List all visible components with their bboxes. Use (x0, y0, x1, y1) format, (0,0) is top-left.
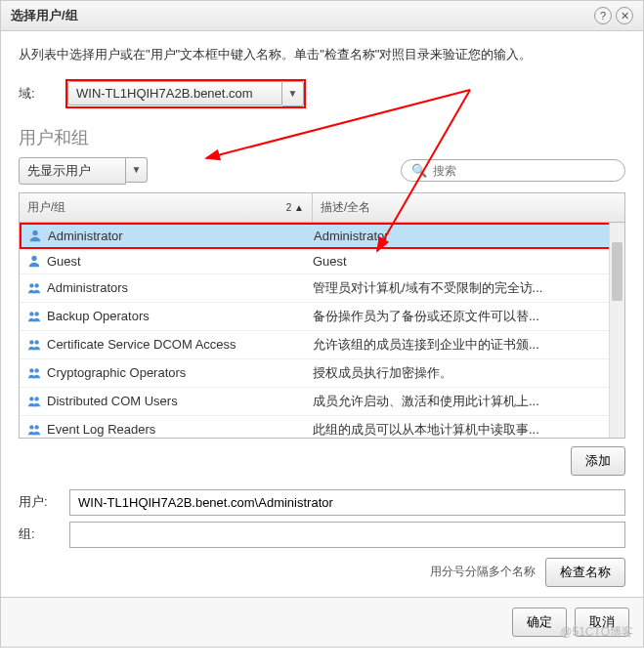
group-label: 组: (19, 525, 69, 543)
cell-name: Distributed COM Users (27, 394, 313, 408)
user-input[interactable] (69, 489, 625, 516)
group-icon (27, 366, 41, 380)
select-user-group-dialog: 选择用户/组 ? ✕ 从列表中选择用户或在"用户"文本框中键入名称。单击"检查名… (0, 0, 644, 648)
table-row[interactable]: Cryptographic Operators授权成员执行加密操作。 (20, 359, 624, 388)
group-icon (27, 310, 41, 323)
svg-point-2 (29, 283, 33, 287)
chevron-down-icon: ▼ (288, 88, 298, 99)
domain-select-highlight: WIN-TL1HQIH7A2B.benet.com ▼ (65, 79, 306, 108)
cancel-button[interactable]: 取消 (575, 608, 629, 637)
table-header: 用户/组 2 ▲ 描述/全名 (20, 193, 624, 223)
row-name-label: Event Log Readers (47, 422, 155, 437)
search-icon: 🔍 (411, 163, 427, 178)
svg-point-5 (34, 312, 38, 315)
domain-dropdown-button[interactable]: ▼ (282, 81, 304, 106)
cell-desc: 成员允许启动、激活和使用此计算机上... (313, 393, 617, 410)
cell-name: Certificate Service DCOM Access (27, 337, 313, 352)
column-header-desc[interactable]: 描述/全名 (313, 193, 624, 222)
cell-name: Guest (27, 254, 313, 269)
table-row[interactable]: Administrators管理员对计算机/域有不受限制的完全访... (20, 274, 624, 303)
cell-desc: 允许该组的成员连接到企业中的证书颁... (313, 336, 617, 354)
add-button[interactable]: 添加 (571, 446, 625, 476)
users-table: 用户/组 2 ▲ 描述/全名 AdministratorAdministrato… (19, 192, 625, 439)
svg-point-6 (29, 340, 33, 344)
domain-label: 域: (19, 85, 65, 103)
svg-point-1 (31, 256, 36, 261)
row-name-label: Guest (47, 254, 81, 269)
row-name-label: Distributed COM Users (47, 394, 178, 408)
cell-desc: 授权成员执行加密操作。 (313, 364, 617, 382)
domain-select[interactable]: WIN-TL1HQIH7A2B.benet.com (67, 81, 282, 105)
filter-row: 先显示用户 ▼ 🔍 (19, 157, 625, 185)
group-icon (27, 338, 41, 352)
cell-name: Cryptographic Operators (27, 365, 313, 380)
svg-point-10 (29, 397, 33, 400)
svg-point-0 (32, 231, 37, 235)
table-row[interactable]: Distributed COM Users成员允许启动、激活和使用此计算机上..… (20, 388, 624, 416)
cell-name: Administrators (27, 280, 313, 295)
user-icon (28, 229, 42, 242)
hint-row: 用分号分隔多个名称 检查名称 (19, 558, 625, 587)
row-name-label: Administrator (48, 229, 123, 243)
group-icon (27, 423, 41, 437)
cell-desc: Guest (313, 254, 617, 269)
table-row[interactable]: Event Log Readers此组的成员可以从本地计算机中读取事... (20, 416, 624, 438)
cell-desc: Administrator (314, 229, 616, 243)
search-box[interactable]: 🔍 (401, 159, 625, 182)
add-row: 添加 (19, 439, 625, 483)
hint-text: 用分号分隔多个名称 (430, 564, 536, 580)
table-row[interactable]: AdministratorAdministrator (20, 223, 624, 249)
chevron-down-icon: ▼ (132, 164, 142, 175)
search-input[interactable] (433, 164, 615, 178)
filter-select[interactable]: 先显示用户 (19, 157, 126, 185)
user-label: 用户: (19, 493, 69, 511)
domain-row: 域: WIN-TL1HQIH7A2B.benet.com ▼ (19, 79, 625, 108)
cell-name: Administrator (28, 229, 314, 243)
table-row[interactable]: Backup Operators备份操作员为了备份或还原文件可以替... (20, 303, 624, 331)
table-row[interactable]: Certificate Service DCOM Access允许该组的成员连接… (20, 331, 624, 359)
svg-point-8 (29, 368, 33, 372)
row-name-label: Administrators (47, 280, 128, 295)
table-row[interactable]: GuestGuest (20, 249, 624, 274)
svg-point-4 (29, 312, 33, 315)
cell-name: Event Log Readers (27, 422, 313, 437)
column-header-name-label: 用户/组 (27, 199, 65, 216)
group-input[interactable] (69, 522, 625, 548)
table-body: AdministratorAdministratorGuestGuestAdmi… (20, 223, 624, 438)
cell-desc: 备份操作员为了备份或还原文件可以替... (313, 308, 617, 325)
section-title: 用户和组 (19, 126, 625, 149)
group-icon (27, 281, 41, 295)
instruction-text: 从列表中选择用户或在"用户"文本框中键入名称。单击"检查名称"对照目录来验证您的… (19, 45, 625, 65)
user-input-row: 用户: (19, 489, 625, 516)
close-button[interactable]: ✕ (616, 7, 633, 24)
row-name-label: Certificate Service DCOM Access (47, 337, 236, 352)
cell-desc: 管理员对计算机/域有不受限制的完全访... (313, 279, 617, 297)
dialog-footer: 确定 取消 @51CTO博客 (1, 597, 643, 647)
help-button[interactable]: ? (594, 7, 612, 24)
group-icon (27, 395, 41, 408)
titlebar: 选择用户/组 ? ✕ (1, 1, 643, 31)
svg-point-11 (34, 397, 38, 400)
check-names-button[interactable]: 检查名称 (545, 558, 625, 587)
filter-dropdown-button[interactable]: ▼ (126, 157, 148, 183)
dialog-title: 选择用户/组 (11, 7, 78, 24)
svg-point-3 (34, 283, 38, 287)
column-header-name[interactable]: 用户/组 2 ▲ (20, 193, 313, 222)
svg-point-9 (34, 368, 38, 372)
ok-button[interactable]: 确定 (512, 608, 567, 637)
sort-indicator: 2 ▲ (286, 202, 304, 213)
cell-name: Backup Operators (27, 309, 313, 323)
user-icon (27, 254, 41, 268)
titlebar-controls: ? ✕ (594, 7, 633, 24)
filter-select-wrap: 先显示用户 ▼ (19, 157, 148, 185)
row-name-label: Cryptographic Operators (47, 365, 186, 380)
cell-desc: 此组的成员可以从本地计算机中读取事... (313, 421, 617, 438)
svg-point-13 (34, 425, 38, 429)
dialog-content: 从列表中选择用户或在"用户"文本框中键入名称。单击"检查名称"对照目录来验证您的… (1, 31, 643, 597)
group-input-row: 组: (19, 522, 625, 548)
svg-point-12 (29, 425, 33, 429)
svg-point-7 (34, 340, 38, 344)
scrollbar[interactable] (609, 223, 624, 438)
row-name-label: Backup Operators (47, 309, 150, 323)
scrollbar-thumb[interactable] (612, 242, 623, 301)
